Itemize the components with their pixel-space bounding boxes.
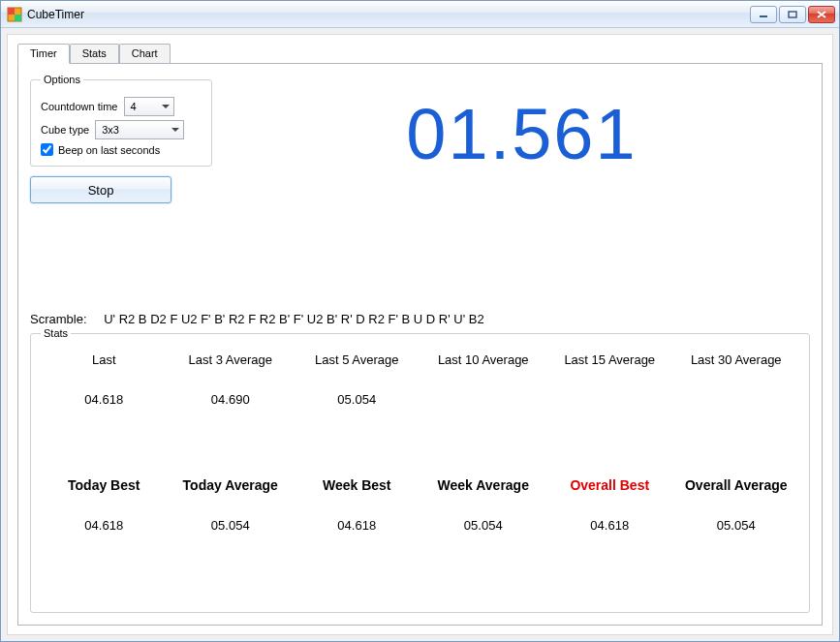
- client-area: Timer Stats Chart Options Countdown time…: [7, 34, 833, 635]
- cube-type-value: 3x3: [102, 124, 119, 136]
- minimize-button[interactable]: [750, 6, 777, 23]
- stat-header-today-avg: Today Average: [168, 477, 295, 493]
- stat-value-last3avg: 04.690: [168, 392, 295, 407]
- stat-value-today-best: 04.618: [41, 518, 168, 533]
- stat-header-week-avg: Week Average: [420, 477, 547, 493]
- stats-legend: Stats: [41, 327, 71, 339]
- stat-value-week-avg: 05.054: [420, 518, 547, 533]
- stat-header-today-best: Today Best: [41, 477, 168, 493]
- svg-rect-2: [15, 15, 21, 21]
- tab-stats[interactable]: Stats: [70, 44, 119, 64]
- timer-display: 01.561: [261, 93, 783, 175]
- stat-header-last15avg: Last 15 Average: [546, 352, 673, 367]
- app-window: CubeTimer Timer Stats Chart Options Coun…: [0, 0, 840, 642]
- window-title: CubeTimer: [27, 8, 750, 21]
- scramble-row: Scramble: U' R2 B D2 F U2 F' B' R2 F R2 …: [30, 312, 484, 326]
- scramble-value: U' R2 B D2 F U2 F' B' R2 F R2 B' F' U2 B…: [104, 312, 484, 326]
- tab-bar: Timer Stats Chart: [17, 44, 823, 64]
- stat-value-overall-avg: 05.054: [673, 518, 800, 533]
- beep-checkbox[interactable]: [41, 143, 53, 156]
- stat-value-overall-best: 04.618: [546, 518, 673, 533]
- close-button[interactable]: [808, 6, 835, 23]
- stat-header-last30avg: Last 30 Average: [673, 352, 800, 367]
- maximize-button[interactable]: [779, 6, 806, 23]
- svg-rect-4: [789, 12, 796, 17]
- stat-value-last30avg: [673, 392, 800, 407]
- stop-button[interactable]: Stop: [30, 176, 171, 203]
- stat-value-today-avg: 05.054: [168, 518, 295, 533]
- app-icon: [7, 7, 22, 22]
- stats-group: Stats Last Last 3 Average Last 5 Average…: [30, 327, 810, 613]
- tab-timer[interactable]: Timer: [17, 44, 70, 64]
- cube-type-label: Cube type: [41, 124, 89, 136]
- stat-value-last: 04.618: [41, 392, 168, 407]
- stat-header-last3avg: Last 3 Average: [168, 352, 295, 367]
- stat-header-last5avg: Last 5 Average: [294, 352, 420, 367]
- stat-value-last15avg: [546, 392, 673, 407]
- beep-label: Beep on last seconds: [58, 144, 160, 156]
- countdown-time-value: 4: [131, 101, 137, 112]
- options-group: Options Countdown time 4 Cube type 3x3 B…: [30, 74, 212, 167]
- countdown-time-select[interactable]: 4: [124, 97, 174, 116]
- stat-header-last10avg: Last 10 Average: [420, 352, 547, 367]
- tab-panel-timer: Options Countdown time 4 Cube type 3x3 B…: [17, 63, 823, 626]
- stat-header-overall-avg: Overall Average: [673, 477, 800, 493]
- window-controls: [750, 6, 835, 23]
- stat-header-week-best: Week Best: [294, 477, 420, 493]
- scramble-label: Scramble:: [30, 312, 87, 326]
- options-legend: Options: [41, 74, 83, 85]
- stat-value-last5avg: 05.054: [294, 392, 420, 407]
- stat-header-overall-best: Overall Best: [546, 477, 673, 493]
- cube-type-select[interactable]: 3x3: [95, 120, 184, 139]
- stat-header-last: Last: [41, 352, 168, 367]
- stat-value-week-best: 04.618: [294, 518, 420, 533]
- svg-rect-1: [8, 8, 15, 15]
- stat-value-last10avg: [420, 392, 547, 407]
- titlebar: CubeTimer: [1, 1, 839, 28]
- tab-chart[interactable]: Chart: [119, 44, 171, 64]
- countdown-time-label: Countdown time: [41, 101, 118, 112]
